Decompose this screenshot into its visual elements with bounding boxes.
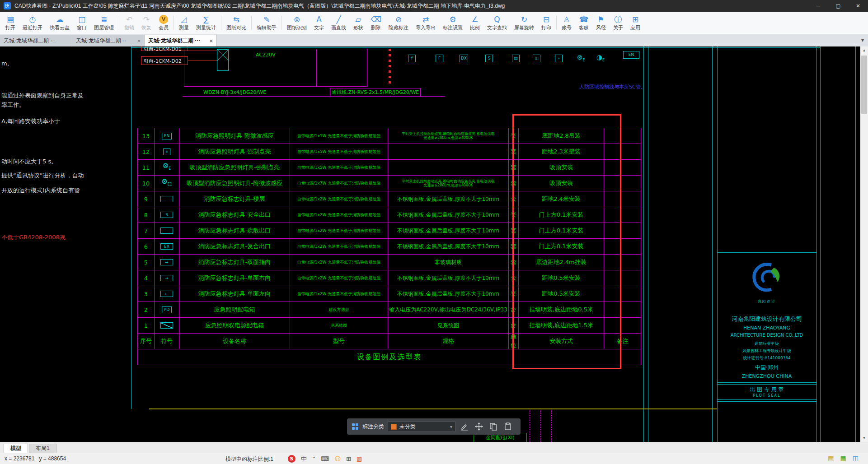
toolbar-button-edit-assistant[interactable]: ✎编辑助手 [253,12,280,34]
maximize-button[interactable]: ▢ [828,0,848,12]
toolbar-button-account[interactable]: ♙账号 [558,12,575,34]
scroll-down-arrow[interactable]: ▼ [860,434,868,442]
apps-icon: ⊞ [632,15,638,24]
toolbar-button-label: 文字 [314,24,324,31]
edit-annotation-icon[interactable] [459,421,470,432]
toolbar-button-open[interactable]: ▤打开 [2,12,19,34]
title-block-divider [717,252,816,253]
toolbar-button-drawing-compare[interactable]: ⇆图纸对比 [223,12,250,34]
toolbar-button-print[interactable]: ⊟打印 [538,12,555,34]
delete-icon: ⌫ [371,15,381,24]
toolbar-button-delete[interactable]: ⌫删除 [367,12,385,34]
row-symbol: EN [155,128,179,144]
document-tab[interactable]: 天城·龙域华都二期···× [72,35,145,46]
toolbar-button-vip[interactable]: V会员 [155,12,172,34]
feeder-ref-1: 引自-1CKM-D01 [144,46,182,52]
tab-overflow-button[interactable]: ▾ [857,34,868,46]
equipment-model: 自带电源/1x2W 光通量不低于消防验收规范值 [290,207,388,223]
category-grid-icon[interactable] [352,423,359,430]
layout-tab-布局1[interactable]: 布局1 [29,444,56,453]
tab-close-icon[interactable]: × [209,37,213,44]
toolbar-button-feedback[interactable]: ⚑风径 [592,12,610,34]
move-annotation-icon[interactable] [474,421,484,432]
sogou-logo-icon[interactable]: S [288,455,296,463]
emoji-icon[interactable]: ☺ [335,455,341,462]
sheet-line [643,46,644,442]
scroll-up-arrow[interactable]: ▲ [860,46,868,54]
voltage-label: AC220V [256,52,276,58]
toolbox-icon[interactable]: ⊞ [346,455,351,462]
toolbar-button-recent-files[interactable]: ◷最近打开 [19,12,46,34]
annotation-settings-icon: ⚙ [449,15,456,24]
tray-doc-icon-1[interactable]: ▤ [828,455,834,462]
toolbar-button-text[interactable]: A文字 [310,12,328,34]
circuit-box [184,49,367,87]
toolbar-button-measure[interactable]: ◿测量 [175,12,192,34]
toolbar-button-hide-annotations[interactable]: ⊘隐藏标注 [385,12,412,34]
toolbar: ▤打开◷最近打开☁快看云盘◫窗口≣图层管理↶撤销↷恢复V会员◿测量∑测量统计⇆图… [0,12,868,34]
toolbar-button-label: 恢复 [141,24,151,31]
equipment-name: 消防应急标志灯具-单面右向 [179,270,290,286]
toolbar-button-label: 风径 [596,24,606,31]
toolbar-button-apps[interactable]: ⊞应用 [627,12,644,34]
clipboard-annotation-icon[interactable] [502,421,513,432]
tray-doc-icon-3[interactable]: ◫ [853,455,859,462]
about-icon: ⓘ [615,15,622,24]
toolbar-button-import-export[interactable]: ⇄导入导出 [412,12,439,34]
cad-canvas[interactable]: m。能通过外表面观察到自身正常及率工作。A,每回路安装功率小于动时间不应大于5 … [0,46,860,442]
title-block-divider [717,384,816,385]
toolbar-button-screen-rotate[interactable]: ↻屏幕旋转 [511,12,538,34]
punctuation-icon[interactable]: ” [312,455,315,462]
toolbar-button-annotation-settings[interactable]: ⚙标注设置 [439,12,466,34]
toolbar-button-window[interactable]: ◫窗口 [73,12,90,34]
category-dropdown[interactable]: 未分类 ▾ [388,421,455,432]
scrollbar-thumb[interactable] [861,56,867,114]
row-symbol: ↔ [155,255,179,270]
toolbar-button-layer-manager[interactable]: ≣图层管理 [90,12,117,34]
toolbar-button-shapes[interactable]: ▱形状 [350,12,367,34]
legend-symbol: EN [623,51,639,59]
sheet-line [712,46,713,442]
toolbar-button-support[interactable]: ☎客服 [575,12,592,34]
symbol-box: EN [162,133,172,139]
toolbar-button-redo[interactable]: ↷恢复 [138,12,155,34]
symbol-circle: ⊗E1 [161,178,172,188]
cloud-drive-icon: ☁ [56,15,64,24]
row-symbol: ⊗E1 [155,176,179,191]
row-symbol: E [155,144,179,160]
toolbar-button-measure-stats[interactable]: ∑测量统计 [192,12,220,34]
skin-icon[interactable]: ▨ [357,455,362,462]
symbol-box: PD [162,306,172,313]
toolbar-button-label: 文字查找 [487,24,507,31]
legend-symbol-sub: E [602,58,605,62]
toolbar-button-cloud-drive[interactable]: ☁快看云盘 [46,12,73,34]
civil-defense-note: 人防区域控制线与本所SC管。 [579,84,646,90]
equipment-name: 消防应急标志灯具-楼层 [179,191,290,207]
toolbar-button-about[interactable]: ⓘ关于 [610,12,627,34]
close-button[interactable]: ✕ [848,0,868,12]
equipment-name: 消防应急照明灯具-强制点亮 [179,144,290,160]
equipment-name: 消防应急标志灯具-单面左向 [179,286,290,302]
document-tab[interactable]: 天城·龙域华都二期 ··· [0,35,72,46]
toolbar-button-drawing-recognize[interactable]: ⊚图纸识别 [283,12,310,34]
copy-annotation-icon[interactable] [488,421,499,432]
input-mode-icon[interactable]: 中 [301,455,307,463]
tray-doc-icon-2[interactable]: ▦ [840,455,846,462]
row-number: 5 [138,255,155,270]
minimize-button[interactable]: – [808,0,828,12]
keyboard-icon[interactable]: ⌨ [321,455,329,462]
vertical-scrollbar[interactable]: ▲ ▼ [860,46,868,442]
row-number: 13 [138,128,155,144]
print-icon: ⊟ [543,15,549,24]
toolbar-button-label: 客服 [579,24,589,31]
layout-tab-模型[interactable]: 模型 [4,444,28,453]
toolbar-button-scale[interactable]: ∠比例 [466,12,483,34]
layout-tab-bar: 模型布局1 [0,442,868,453]
toolbar-button-draw-line[interactable]: ╱画直线 [328,12,350,34]
column-header: 型号 [290,334,388,349]
tab-close-icon[interactable]: × [137,37,141,44]
toolbar-button-text-search[interactable]: Q文字查找 [483,12,511,34]
toolbar-button-undo[interactable]: ↶撤销 [121,12,138,34]
document-tab[interactable]: 天城·龙域华都二期 ···× [145,35,217,46]
highlight-rectangle[interactable] [512,114,621,369]
